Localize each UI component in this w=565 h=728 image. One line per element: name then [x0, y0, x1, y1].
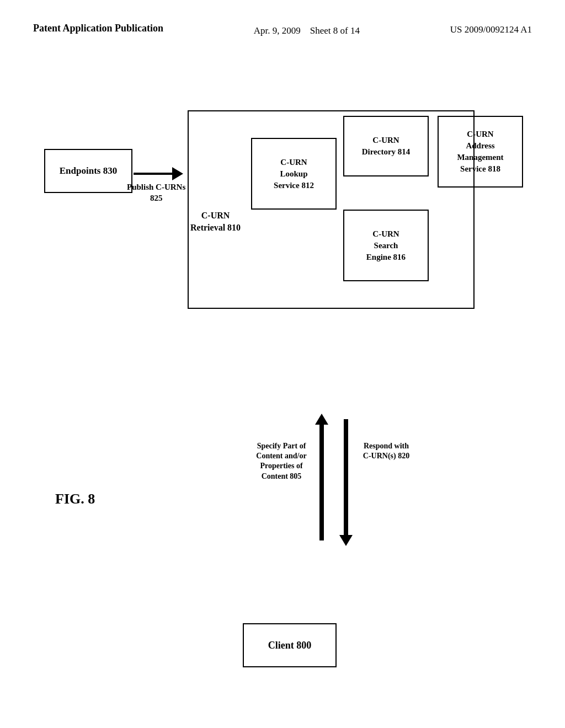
client-box: Client 800 [243, 623, 337, 667]
arrow-head [172, 167, 183, 180]
diagram-area: Endpoints 830 Publish C-URNs825 C-URNRet… [0, 77, 565, 728]
figure-label: FIG. 8 [55, 491, 95, 507]
bidirectional-arrows [312, 414, 356, 546]
endpoints-arrow [134, 167, 183, 180]
arrow-line [134, 173, 172, 175]
publication-date: Apr. 9, 2009 [254, 25, 301, 36]
publication-date-sheet: Apr. 9, 2009 Sheet 8 of 14 [254, 22, 360, 38]
endpoints-label: Endpoints 830 [60, 165, 117, 176]
retrieval-label: C-URNRetrieval 810 [190, 210, 241, 234]
lookup-service-box: C-URNLookupService 812 [251, 138, 337, 210]
endpoints-box: Endpoints 830 [44, 149, 132, 193]
publish-label: Publish C-URNs825 [127, 182, 185, 204]
directory-box: C-URNDirectory 814 [343, 116, 429, 176]
search-engine-box: C-URNSearchEngine 816 [343, 210, 429, 281]
page-header: Patent Application Publication Apr. 9, 2… [0, 0, 565, 38]
address-management-box: C-URNAddressManagementService 818 [438, 116, 523, 188]
svg-marker-0 [315, 414, 328, 540]
svg-marker-1 [339, 419, 353, 546]
publication-title: Patent Application Publication [33, 22, 163, 35]
publish-text: Publish C-URNs825 [127, 183, 185, 202]
sheet-number: Sheet 8 of 14 [310, 25, 360, 36]
publication-number: US 2009/0092124 A1 [450, 22, 532, 35]
